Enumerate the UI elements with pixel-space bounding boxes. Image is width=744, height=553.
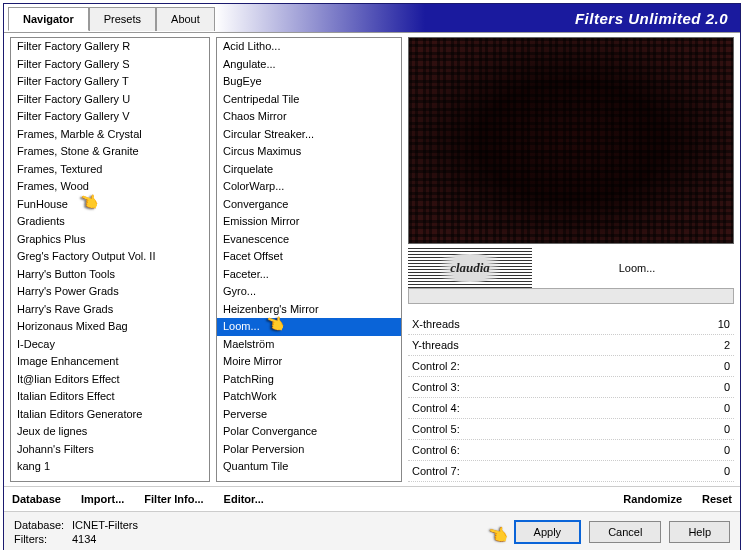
controls-panel: X-threads10Y-threads2Control 2:0Control … [408, 314, 734, 482]
list-item[interactable]: Acid Litho... [217, 38, 401, 56]
list-item[interactable]: Frames, Marble & Crystal [11, 126, 209, 144]
list-item[interactable]: Centripedal Tile [217, 91, 401, 109]
import-button[interactable]: Import... [81, 493, 124, 505]
control-row[interactable]: Control 6:0 [408, 440, 734, 461]
list-item[interactable]: Graphics Plus [11, 231, 209, 249]
list-item[interactable]: Filter Factory Gallery U [11, 91, 209, 109]
list-item[interactable]: Frames, Textured [11, 161, 209, 179]
main-area: Filter Factory Gallery RFilter Factory G… [4, 32, 740, 486]
reset-button[interactable]: Reset [702, 493, 732, 505]
control-value: 0 [690, 379, 730, 395]
footer: Database:ICNET-Filters Filters:4134 👉 Ap… [4, 511, 740, 551]
list-item[interactable]: Chaos Mirror [217, 108, 401, 126]
control-value: 0 [690, 442, 730, 458]
filter-info-button[interactable]: Filter Info... [144, 493, 203, 505]
list-item[interactable]: ColorWarp... [217, 178, 401, 196]
list-item[interactable]: Horizonaus Mixed Bag [11, 318, 209, 336]
list-item[interactable]: FunHouse👉 [11, 196, 209, 214]
app-window: Navigator Presets About Filters Unlimite… [3, 3, 741, 550]
control-value: 0 [690, 463, 730, 479]
list-item[interactable]: I-Decay [11, 336, 209, 354]
list-item[interactable]: Moire Mirror [217, 353, 401, 371]
progress-bar [408, 288, 734, 304]
filters-label: Filters: [14, 532, 72, 546]
list-item[interactable]: Italian Editors Generatore [11, 406, 209, 424]
control-row[interactable]: Control 5:0 [408, 419, 734, 440]
list-item[interactable]: Filter Factory Gallery V [11, 108, 209, 126]
editor-button[interactable]: Editor... [224, 493, 264, 505]
list-item[interactable]: Polar Perversion [217, 441, 401, 459]
title-bar: Filters Unlimited 2.0 [215, 4, 740, 32]
list-item[interactable]: Angulate... [217, 56, 401, 74]
filter-list[interactable]: Acid Litho...Angulate...BugEyeCentripeda… [216, 37, 402, 482]
preview-image [408, 37, 734, 244]
list-item[interactable]: Maelström [217, 336, 401, 354]
control-label: Control 5: [412, 421, 690, 437]
list-item[interactable]: Circular Streaker... [217, 126, 401, 144]
help-button[interactable]: Help [669, 521, 730, 543]
list-item[interactable]: Jeux de lignes [11, 423, 209, 441]
list-item[interactable]: Gradients [11, 213, 209, 231]
list-item[interactable]: Frames, Wood [11, 178, 209, 196]
control-value: 10 [690, 316, 730, 332]
tab-about[interactable]: About [156, 7, 215, 31]
list-item[interactable]: Frames, Stone & Granite [11, 143, 209, 161]
list-item[interactable]: Evanescence [217, 231, 401, 249]
footer-buttons: 👉 Apply Cancel Help [514, 520, 730, 544]
list-item[interactable]: Filter Factory Gallery R [11, 38, 209, 56]
list-item[interactable]: Johann's Filters [11, 441, 209, 459]
control-value: 0 [690, 421, 730, 437]
list-item[interactable]: Italian Editors Effect [11, 388, 209, 406]
list-item[interactable]: kang 1 [11, 458, 209, 476]
control-row[interactable]: X-threads10 [408, 314, 734, 335]
cancel-button[interactable]: Cancel [589, 521, 661, 543]
control-row[interactable]: Control 3:0 [408, 377, 734, 398]
list-item[interactable]: It@lian Editors Effect [11, 371, 209, 389]
list-item[interactable]: Heizenberg's Mirror [217, 301, 401, 319]
list-item[interactable]: PatchRing [217, 371, 401, 389]
author-logo: claudia [408, 248, 532, 288]
tab-presets[interactable]: Presets [89, 7, 156, 31]
list-item[interactable]: Harry's Power Grads [11, 283, 209, 301]
control-label: Control 2: [412, 358, 690, 374]
list-item[interactable]: Perverse [217, 406, 401, 424]
list-item[interactable]: Gyro... [217, 283, 401, 301]
control-row[interactable]: Y-threads2 [408, 335, 734, 356]
filters-count: 4134 [72, 533, 96, 545]
list-item[interactable]: Filter Factory Gallery S [11, 56, 209, 74]
list-item[interactable]: Faceter... [217, 266, 401, 284]
hand-pointer-icon: 👉 [485, 521, 511, 547]
control-row[interactable]: Control 2:0 [408, 356, 734, 377]
list-item[interactable]: Emission Mirror [217, 213, 401, 231]
category-list[interactable]: Filter Factory Gallery RFilter Factory G… [10, 37, 210, 482]
list-item[interactable]: Quantum Tile [217, 458, 401, 476]
current-filter-name: Loom... [540, 262, 734, 274]
list-item[interactable]: Filter Factory Gallery T [11, 73, 209, 91]
list-item[interactable]: Circus Maximus [217, 143, 401, 161]
list-item[interactable]: Image Enhancement [11, 353, 209, 371]
list-item[interactable]: Convergance [217, 196, 401, 214]
control-row[interactable]: Control 4:0 [408, 398, 734, 419]
filter-label-row: claudia Loom... [408, 248, 734, 288]
control-label: Y-threads [412, 337, 690, 353]
toolbar-row: Database Import... Filter Info... Editor… [4, 486, 740, 511]
list-item[interactable]: Loom...👉 [217, 318, 401, 336]
randomize-button[interactable]: Randomize [623, 493, 682, 505]
control-row[interactable]: Control 7:0 [408, 461, 734, 482]
footer-info: Database:ICNET-Filters Filters:4134 [14, 518, 138, 546]
db-value: ICNET-Filters [72, 519, 138, 531]
apply-button[interactable]: 👉 Apply [514, 520, 582, 544]
list-item[interactable]: BugEye [217, 73, 401, 91]
right-panel: claudia Loom... X-threads10Y-threads2Con… [408, 37, 734, 482]
database-button[interactable]: Database [12, 493, 61, 505]
list-item[interactable]: Polar Convergance [217, 423, 401, 441]
list-item[interactable]: PatchWork [217, 388, 401, 406]
control-label: Control 6: [412, 442, 690, 458]
control-label: Control 3: [412, 379, 690, 395]
list-item[interactable]: Harry's Button Tools [11, 266, 209, 284]
list-item[interactable]: Harry's Rave Grads [11, 301, 209, 319]
list-item[interactable]: Greg's Factory Output Vol. II [11, 248, 209, 266]
list-item[interactable]: Facet Offset [217, 248, 401, 266]
tab-navigator[interactable]: Navigator [8, 7, 89, 31]
list-item[interactable]: Cirquelate [217, 161, 401, 179]
